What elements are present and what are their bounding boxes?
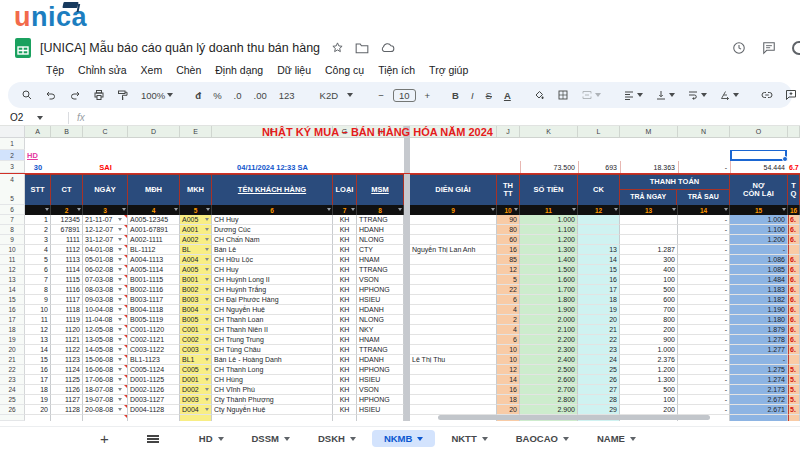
- cell-no-con-lai[interactable]: 1.190: [730, 305, 788, 315]
- cell-mkh[interactable]: C002: [180, 335, 212, 345]
- cell-mdh[interactable]: A001-67891: [128, 225, 180, 235]
- cell-so-tien[interactable]: 2.200: [520, 335, 578, 345]
- cell-no-con-lai[interactable]: 1.879: [730, 325, 788, 335]
- cell-tra-sau[interactable]: -: [678, 365, 730, 375]
- cell-msm[interactable]: HNAM: [357, 255, 404, 265]
- cell-mkh[interactable]: B001: [180, 275, 212, 285]
- cell-ck[interactable]: 17: [578, 285, 620, 295]
- sheet-tab[interactable]: NKMB: [372, 430, 436, 447]
- cell-p-cut[interactable]: 6.: [788, 255, 800, 265]
- cell-so-tien[interactable]: 2.500: [520, 365, 578, 375]
- cell-tra-ngay[interactable]: 800: [620, 315, 678, 325]
- menu-item-file[interactable]: Tệp: [40, 62, 70, 78]
- format-percent-button[interactable]: %: [210, 88, 224, 103]
- header-tra-ngay[interactable]: TRẢ NGAY: [620, 190, 677, 205]
- row-header[interactable]: 12: [0, 265, 25, 275]
- cell-tra-sau[interactable]: -: [678, 315, 730, 325]
- cell-th-tt[interactable]: 16: [497, 245, 520, 255]
- cell-ten-khach-hang[interactable]: CH Đại Phước Hàng: [212, 295, 333, 305]
- cell-dien-giai[interactable]: [410, 395, 497, 405]
- filter-cell[interactable]: [25, 205, 51, 215]
- bold-button[interactable]: B: [449, 88, 462, 103]
- cell-ct[interactable]: 1111: [51, 235, 83, 245]
- cell-no-con-lai[interactable]: 1.183: [730, 285, 788, 295]
- cell-so-tien[interactable]: 1.400: [520, 255, 578, 265]
- filter-cell[interactable]: 2: [51, 205, 83, 215]
- row-header[interactable]: 13: [0, 275, 25, 285]
- increase-decimal-button[interactable]: .00: [251, 88, 270, 103]
- cell-ct[interactable]: 1117: [51, 295, 83, 305]
- header-thanh-toan[interactable]: THANH TOÁN: [620, 175, 729, 190]
- cell-stt[interactable]: 14: [25, 345, 51, 355]
- col-header-L[interactable]: L: [578, 126, 620, 138]
- cell-tra-sau[interactable]: -: [678, 225, 730, 235]
- cell-ck[interactable]: [578, 225, 620, 235]
- cell-stt[interactable]: 9: [25, 295, 51, 305]
- cell-mkh[interactable]: C003: [180, 345, 212, 355]
- cell-ten-khach-hang[interactable]: Cty Nguyễn Huệ: [212, 405, 333, 415]
- col-header-C[interactable]: C: [83, 126, 128, 138]
- cell-H3[interactable]: [357, 161, 404, 173]
- cell-dien-giai[interactable]: [410, 215, 497, 225]
- row-header-1[interactable]: 1: [0, 138, 25, 150]
- sheet-tab[interactable]: BAOCAO: [504, 430, 581, 447]
- cell-th-tt[interactable]: 12: [497, 265, 520, 275]
- cell-so-tien[interactable]: 2.000: [520, 315, 578, 325]
- cell-ngay[interactable]: 15-06-08: [83, 355, 128, 365]
- cell-G3[interactable]: [333, 161, 357, 173]
- menu-item-edit[interactable]: Chỉnh sửa: [72, 62, 132, 78]
- cell-ten-khach-hang[interactable]: Cty Thành Phượng: [212, 395, 333, 405]
- cell-th-tt[interactable]: 60: [497, 235, 520, 245]
- cell-tra-sau[interactable]: -: [678, 265, 730, 275]
- cell-tra-ngay[interactable]: 200: [620, 325, 678, 335]
- cell-dien-giai[interactable]: Nguyễn Thị Lan Anh: [410, 245, 497, 255]
- cell-th-tt[interactable]: 12: [497, 365, 520, 375]
- cell-ten-khach-hang[interactable]: CH Chấn Nam: [212, 235, 333, 245]
- row-header[interactable]: 9: [0, 235, 25, 245]
- cell-ngay[interactable]: 08-03-08: [83, 285, 128, 295]
- fill-color-icon[interactable]: [530, 87, 548, 103]
- cell-stt[interactable]: 16: [25, 365, 51, 375]
- cell-F3-timestamp[interactable]: 04/11/2024 12:33 SA: [212, 161, 333, 173]
- row-header[interactable]: 26: [0, 405, 25, 415]
- vertical-align-icon[interactable]: [652, 87, 678, 103]
- cell-p-cut[interactable]: 5.: [788, 395, 800, 405]
- cell-B3[interactable]: [51, 161, 83, 173]
- cell-msm[interactable]: VSON: [357, 385, 404, 395]
- font-size-input[interactable]: 10: [393, 89, 416, 102]
- cell-p-cut[interactable]: 6.: [788, 295, 800, 305]
- cell-dien-giai[interactable]: [410, 385, 497, 395]
- menu-item-data[interactable]: Dữ liệu: [271, 62, 317, 78]
- cell-p-cut[interactable]: [788, 355, 800, 365]
- cell-tra-ngay[interactable]: 100: [620, 275, 678, 285]
- cell-ck[interactable]: 22: [578, 335, 620, 345]
- cell-tra-ngay[interactable]: 1.200: [620, 365, 678, 375]
- move-folder-icon[interactable]: [355, 42, 369, 54]
- cell-mkh[interactable]: C005: [180, 365, 212, 375]
- cell-tra-sau[interactable]: -: [678, 375, 730, 385]
- cell-tra-ngay[interactable]: [620, 235, 678, 245]
- cell-loai[interactable]: KH: [333, 315, 357, 325]
- cell-so-tien[interactable]: 2.800: [520, 395, 578, 405]
- cell-tra-sau[interactable]: -: [678, 335, 730, 345]
- cell-stt[interactable]: 3: [25, 235, 51, 245]
- cell-ngay[interactable]: 06-02-08: [83, 265, 128, 275]
- text-wrap-icon[interactable]: [684, 87, 710, 103]
- cell-so-tien[interactable]: 2.100: [520, 325, 578, 335]
- cell-tra-ngay[interactable]: 700: [620, 305, 678, 315]
- header-mkh[interactable]: MKH: [180, 174, 212, 205]
- col-header-D[interactable]: D: [128, 126, 180, 138]
- cell-ck[interactable]: 26: [578, 375, 620, 385]
- cell-mdh[interactable]: C001-1120: [128, 325, 180, 335]
- cell-A3-count[interactable]: 30: [25, 161, 51, 173]
- row-header[interactable]: 22: [0, 365, 25, 375]
- cell-th-tt[interactable]: 90: [497, 215, 520, 225]
- cell-no-con-lai[interactable]: 1.086: [730, 255, 788, 265]
- cell-tra-ngay[interactable]: 1.300: [620, 375, 678, 385]
- cell-so-tien[interactable]: 2.400: [520, 355, 578, 365]
- cell-ten-khach-hang[interactable]: CH Vĩnh Phú: [212, 385, 333, 395]
- cell-th-tt[interactable]: 85: [497, 255, 520, 265]
- cell-msm[interactable]: HSIEU: [357, 375, 404, 385]
- cell-tra-sau[interactable]: -: [678, 245, 730, 255]
- sheet-tab[interactable]: DSSM: [240, 430, 302, 447]
